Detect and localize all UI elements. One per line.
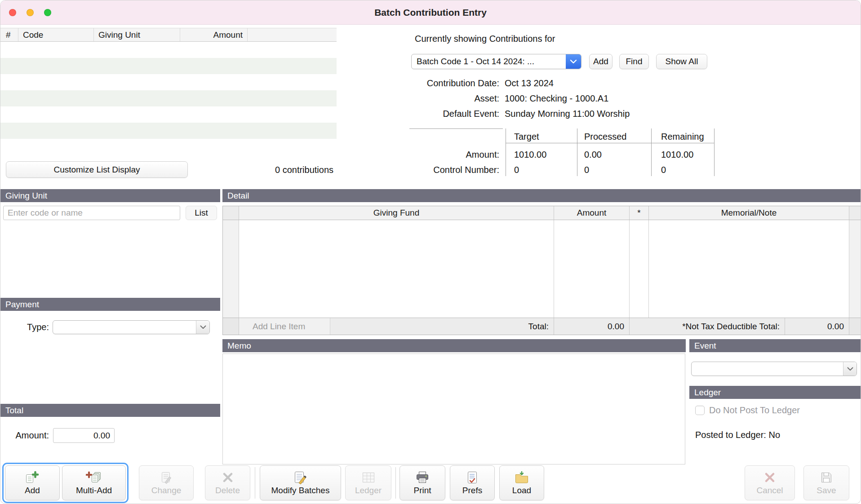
close-window-icon[interactable] (9, 9, 16, 16)
giving-unit-search-input[interactable] (3, 206, 180, 220)
change-button[interactable]: Change (139, 465, 194, 500)
button-label: Add (25, 486, 40, 495)
button-label: Prefs (462, 486, 482, 495)
contribution-list-header: # Code Giving Unit Amount (0, 28, 337, 42)
ledger-grid-icon (362, 470, 375, 485)
modify-batches-button[interactable]: Modify Batches (260, 465, 341, 500)
ledger-button[interactable]: Ledger (345, 465, 391, 500)
section-title: Total (5, 406, 23, 416)
detail-footer-handle (223, 318, 239, 335)
detail-col-star[interactable]: * (630, 206, 649, 220)
prefs-button[interactable]: Prefs (450, 465, 495, 500)
stats-amount-label: Amount: (400, 148, 499, 161)
payment-type-select[interactable] (53, 320, 210, 334)
toolbar-separator (395, 467, 396, 499)
edit-pencil-icon (160, 470, 173, 485)
stats-control-processed: 0 (584, 163, 589, 177)
detail-total-value: 0.00 (554, 318, 630, 335)
stats-divider (577, 128, 577, 176)
stats-amount-target: 1010.00 (514, 148, 546, 161)
section-title: Ledger (694, 388, 721, 398)
list-column-code[interactable]: Code (18, 28, 94, 41)
list-column-spacer (248, 28, 337, 41)
do-not-post-checkbox[interactable] (695, 406, 705, 415)
not-tax-deductible-label: *Not Tax Deductible Total: (630, 318, 785, 335)
do-not-post-label: Do Not Post To Ledger (709, 405, 800, 416)
giving-unit-list-button[interactable]: List (186, 206, 217, 220)
delete-button[interactable]: Delete (205, 465, 250, 500)
contribution-list-body[interactable] (0, 42, 337, 155)
event-select[interactable] (691, 362, 857, 376)
detail-body-star-column[interactable] (630, 220, 649, 318)
memo-textarea[interactable] (222, 354, 685, 464)
batch-show-all-button[interactable]: Show All (656, 54, 707, 69)
payment-type-label: Type: (9, 320, 49, 334)
cancel-button[interactable]: Cancel (745, 465, 795, 500)
button-label: Ledger (355, 486, 382, 495)
detail-col-giving-fund[interactable]: Giving Fund (239, 206, 554, 220)
stats-divider (506, 128, 506, 176)
detail-col-amount[interactable]: Amount (554, 206, 630, 220)
button-label: Multi-Add (76, 486, 112, 495)
stats-control-target: 0 (514, 163, 519, 177)
add-plus-icon (25, 470, 40, 485)
detail-col-spacer (849, 206, 861, 220)
detail-table-header: Giving Fund Amount * Memorial/Note (223, 206, 861, 220)
button-label: Delete (215, 486, 240, 495)
detail-body-handle-column (223, 220, 239, 318)
stats-control-remaining: 0 (661, 163, 666, 177)
batch-find-button[interactable]: Find (619, 54, 649, 69)
detail-body-spacer-column (849, 220, 861, 318)
contribution-count: 0 contributions (250, 165, 358, 175)
list-column-amount[interactable]: Amount (180, 28, 248, 41)
detail-col-row-handle (223, 206, 239, 220)
stats-amount-remaining: 1010.00 (661, 148, 693, 161)
button-label: Save (817, 486, 836, 495)
giving-unit-section-bar: Giving Unit (0, 189, 220, 202)
zoom-window-icon[interactable] (44, 9, 51, 16)
list-column-number[interactable]: # (0, 28, 18, 41)
chevron-down-icon (843, 362, 857, 376)
stats-header-underline (506, 143, 714, 143)
detail-table: Giving Fund Amount * Memorial/Note Add L… (222, 206, 861, 335)
toolbar-separator (255, 467, 255, 499)
stats-col-remaining: Remaining (661, 131, 704, 142)
stats-control-number-label: Control Number: (400, 163, 499, 177)
chevron-down-icon (196, 321, 209, 334)
detail-body-amount-column[interactable] (554, 220, 630, 318)
add-contribution-button[interactable]: Add (5, 465, 60, 500)
list-column-giving-unit[interactable]: Giving Unit (94, 28, 180, 41)
memo-section-bar: Memo (222, 339, 686, 352)
not-tax-deductible-value: 0.00 (785, 318, 849, 335)
chevron-down-icon (566, 54, 581, 69)
detail-col-memorial-note[interactable]: Memorial/Note (649, 206, 849, 220)
asset-value: 1000: Checking - 1000.A1 (505, 92, 608, 105)
detail-body-giving-fund-column[interactable] (239, 220, 554, 318)
event-section-bar: Event (689, 339, 861, 352)
detail-table-footer: Add Line Item Total: 0.00 *Not Tax Deduc… (223, 318, 861, 335)
total-amount-input[interactable] (53, 428, 115, 443)
total-section-bar: Total (0, 404, 220, 417)
detail-body-memorial-column[interactable] (649, 220, 849, 318)
prefs-document-icon (466, 470, 478, 485)
stats-label-top-line (409, 128, 503, 129)
save-button[interactable]: Save (803, 465, 849, 500)
stats-amount-processed: 0.00 (584, 148, 602, 161)
section-title: Giving Unit (5, 191, 47, 201)
minimize-window-icon[interactable] (27, 9, 34, 16)
multi-add-button[interactable]: Multi-Add (62, 465, 126, 500)
button-label: Print (413, 486, 431, 495)
batch-select[interactable]: Batch Code 1 - Oct 14 2024: ... (411, 54, 581, 69)
section-title: Event (694, 341, 716, 351)
save-disk-icon (820, 470, 833, 485)
print-button[interactable]: Print (399, 465, 445, 500)
button-label: Modify Batches (271, 486, 330, 495)
load-button[interactable]: Load (499, 465, 544, 500)
customize-list-display-button[interactable]: Customize List Display (6, 161, 188, 178)
cancel-x-icon (764, 470, 776, 485)
batch-add-button[interactable]: Add (589, 54, 612, 69)
detail-table-body[interactable] (223, 220, 861, 318)
button-label: Cancel (756, 486, 783, 495)
add-line-item-button[interactable]: Add Line Item (239, 318, 330, 335)
load-folder-icon (515, 470, 529, 485)
